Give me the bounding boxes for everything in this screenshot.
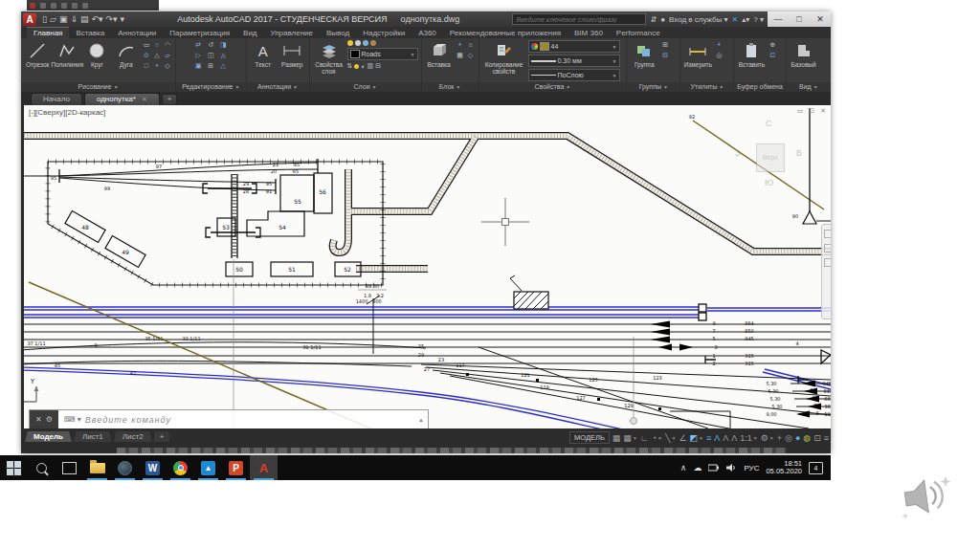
ribbon-tab-Управление[interactable]: Управление [264, 28, 320, 38]
layer-state-icons[interactable] [347, 40, 418, 46]
command-customize-icon[interactable]: ⌨ ▾ [64, 415, 81, 424]
modify-tools-grid[interactable]: ⇄↺◨ ▷◫◬ ▣⊞△ [192, 40, 229, 71]
viewcube-east[interactable]: В [796, 148, 802, 158]
match-properties-button[interactable]: Копирование свойств [482, 40, 526, 75]
clean-screen-icon[interactable]: ⊡ [813, 432, 821, 444]
explorer-icon[interactable] [83, 455, 111, 480]
help-icon[interactable]: ? ▾ [753, 15, 764, 24]
viewport-controls[interactable]: [-][Сверху][2D-каркас] [29, 108, 105, 117]
task-view-button[interactable] [56, 455, 83, 480]
panel-modify-label[interactable]: Редактирование ▼ [176, 82, 246, 92]
autodesk-exchange-icon[interactable]: ✕ [732, 15, 739, 24]
volume-icon[interactable] [726, 463, 737, 472]
polar-tracking-icon[interactable]: ◔▼ [652, 432, 662, 444]
plot-icon[interactable]: ▤ [80, 12, 89, 26]
command-line[interactable]: ✕ ⚙ ⌨ ▾ Введите команду ▲ [29, 409, 429, 429]
isodraft-icon[interactable]: ╲▼ [665, 432, 676, 444]
clipboard-tools-grid[interactable]: ⊕⊡ [768, 40, 777, 60]
save-icon[interactable]: ▣ [59, 12, 68, 26]
layout-tab-Модель[interactable]: Модель [25, 431, 72, 442]
annotation-scale-value[interactable]: 1:1▼ [740, 432, 757, 444]
panel-layers-label[interactable]: Слои ▼ [310, 82, 421, 92]
group-button[interactable]: Группа [630, 40, 658, 68]
search-button[interactable] [28, 455, 56, 480]
ortho-icon[interactable]: ∟ [640, 432, 649, 444]
cloud-icon[interactable]: ☁ [693, 463, 702, 472]
close-icon[interactable]: ✕ [35, 415, 42, 424]
dimension-button[interactable]: Размер [278, 40, 306, 68]
viewcube-north[interactable]: С [766, 119, 772, 128]
customization-menu-icon[interactable]: ≡ [824, 432, 829, 444]
model-space-button[interactable]: МОДЕЛЬ [569, 431, 610, 444]
undo-icon[interactable]: ↶▾ [91, 12, 102, 26]
ribbon-tab-Надстройки[interactable]: Надстройки [356, 28, 412, 38]
polyline-button[interactable]: Полилиния [53, 40, 81, 68]
viewcube-south[interactable]: Ю [765, 178, 773, 187]
new-layout-button[interactable]: + [154, 431, 170, 442]
layout-tab-Лист2[interactable]: Лист2 [114, 431, 152, 442]
layer-tools-row[interactable]: ⇅◐▥⊟ [347, 62, 418, 70]
arc-button[interactable]: Дуга [113, 40, 140, 68]
ribbon-tab-Performance[interactable]: Performance [610, 28, 667, 38]
panel-properties-label[interactable]: Свойства ▼ [479, 82, 627, 92]
slide-audio-icon[interactable] [898, 471, 953, 522]
minimize-button[interactable]: — [768, 11, 789, 27]
ribbon-tab-Вывод[interactable]: Вывод [320, 28, 356, 38]
drawing-canvas[interactable]: 4849505152535455569597992145206529952891… [21, 105, 831, 428]
panel-block-label[interactable]: Блок ▼ [422, 82, 479, 92]
panel-clipboard-label[interactable]: Буфер обмена [734, 82, 785, 92]
panel-draw-label[interactable]: Рисование ▼ [21, 82, 175, 92]
group-tools-grid[interactable]: ⊞⊟ [660, 40, 670, 60]
command-input[interactable]: Введите команду [85, 415, 171, 425]
new-file-icon[interactable]: ▯ [42, 12, 47, 26]
clock[interactable]: 18:51 05.05.2020 [766, 460, 802, 475]
osnap-icon[interactable]: ◩▼ [689, 432, 702, 444]
open-file-icon[interactable]: ▱ [50, 12, 56, 26]
file-tab-однопутка*[interactable]: однопутка*✕ [84, 93, 160, 105]
qat-dropdown-icon[interactable]: ▾ [121, 12, 125, 26]
panel-utilities-label[interactable]: Утилиты ▼ [680, 82, 733, 92]
annotation-visibility-icon[interactable]: Λ [714, 432, 720, 444]
tray-chevron-icon[interactable]: ∧ [680, 463, 687, 472]
language-indicator[interactable]: РУС [744, 464, 759, 472]
notification-icon[interactable]: 4 [809, 462, 823, 474]
infocenter-search-input[interactable] [512, 13, 646, 25]
viewcube-west[interactable]: З [735, 148, 740, 158]
otrack-icon[interactable]: ∠ [679, 432, 686, 444]
viewport-window-icons[interactable]: ▭ ⊡ ✕ [797, 107, 828, 115]
linetype-dropdown[interactable]: ПоСлою ▼ [528, 69, 620, 81]
signin-button[interactable]: Вход в службы ▾ [669, 15, 728, 24]
ribbon-tab-Рекомендованные приложения[interactable]: Рекомендованные приложения [443, 28, 568, 38]
ribbon-tab-Главная[interactable]: Главная [27, 27, 69, 38]
grid-icon[interactable]: ▦ [612, 432, 621, 444]
layer-properties-button[interactable]: Свойства слоя [313, 40, 345, 75]
command-history-icon[interactable]: ▲ [418, 417, 424, 423]
new-drawing-tab-button[interactable]: + [162, 94, 178, 104]
start-button[interactable] [0, 455, 28, 480]
file-tab-Начало[interactable]: Начало [31, 93, 82, 105]
panel-view-label[interactable]: Вид ▼ [787, 82, 831, 92]
navigation-bar[interactable] [821, 224, 831, 319]
ribbon-tab-Параметризация[interactable]: Параметризация [163, 28, 236, 38]
utility-tools-grid[interactable]: +◎ [714, 40, 724, 60]
paste-button[interactable]: Вставить [737, 40, 766, 68]
save-as-icon[interactable]: ⇓ [70, 12, 78, 26]
plus-icon[interactable]: + [777, 432, 782, 444]
ribbon-tab-Аннотации[interactable]: Аннотации [111, 28, 163, 38]
snap-icon[interactable]: ▦▼ [623, 432, 636, 444]
ribbon-tab-Вставка[interactable]: Вставка [69, 28, 111, 38]
word-icon[interactable]: W [139, 455, 167, 480]
lineweight-icon[interactable]: ≡ [706, 432, 711, 444]
insert-block-button[interactable]: Вставка [425, 40, 454, 68]
workspace-gear-icon[interactable]: ⚙▼ [761, 432, 774, 444]
quick-access-toolbar[interactable]: ▯ ▱ ▣ ⇓ ▤ ↶▾ ↷▾ ▾ [42, 12, 124, 26]
command-line-grip[interactable]: ✕ ⚙ [30, 410, 58, 428]
base-view-button[interactable]: Базовый [790, 40, 818, 68]
circle-button[interactable]: Круг [83, 40, 110, 68]
viewcube[interactable]: С З В Ю Верх [735, 119, 804, 201]
panel-groups-label[interactable]: Группы ▼ [627, 82, 679, 92]
measure-button[interactable]: Измерить [683, 40, 712, 68]
block-tools-grid[interactable]: +⌂▦◇ [456, 40, 476, 60]
lineweight-dropdown[interactable]: 0.30 мм ▼ [528, 55, 620, 67]
panel-annotation-label[interactable]: Аннотации ▼ [247, 82, 309, 92]
